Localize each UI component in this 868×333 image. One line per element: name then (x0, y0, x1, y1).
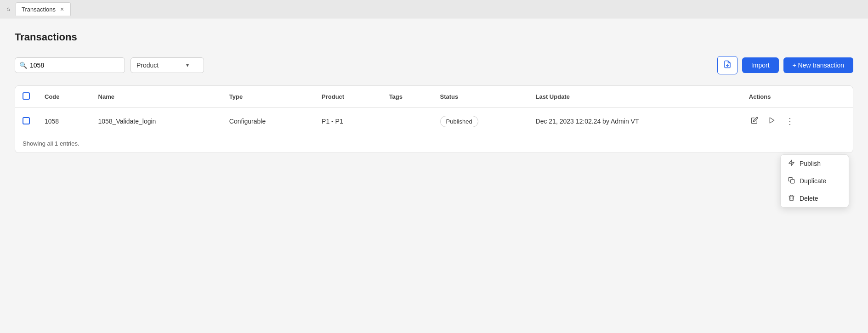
run-button[interactable] (766, 115, 777, 128)
col-last-update: Last Update (528, 86, 742, 108)
page-title: Transactions (15, 31, 853, 43)
showing-entries-text: Showing all 1 entries. (15, 135, 853, 152)
edit-icon (751, 117, 758, 126)
tab-close-button[interactable]: × (59, 6, 65, 13)
row-checkbox-cell (15, 108, 37, 135)
delete-label: Delete (800, 195, 818, 202)
search-wrapper: 🔍 (15, 57, 125, 73)
transactions-table-container: Code Name Type Product Tags Status Last … (15, 85, 853, 153)
row-checkbox[interactable] (23, 117, 30, 124)
export-button[interactable] (717, 56, 738, 74)
transactions-table: Code Name Type Product Tags Status Last … (15, 86, 853, 135)
delete-icon (788, 194, 795, 203)
tab-bar: ⌂ Transactions × (0, 0, 868, 18)
cell-name: 1058_Validate_login (91, 108, 222, 135)
svg-rect-3 (791, 180, 794, 183)
col-code: Code (37, 86, 91, 108)
table-row: 1058 1058_Validate_login Configurable P1… (15, 108, 853, 135)
more-icon: ⋮ (786, 116, 794, 126)
main-content: Transactions 🔍 Product ▾ Imp (0, 18, 868, 333)
home-button[interactable]: ⌂ (4, 3, 13, 15)
select-all-checkbox[interactable] (23, 92, 30, 100)
toolbar-right: Import + New transaction (717, 56, 853, 74)
col-product: Product (314, 86, 382, 108)
more-actions-button[interactable]: ⋮ (784, 114, 796, 128)
cell-product: P1 - P1 (314, 108, 382, 135)
cell-tags (382, 108, 433, 135)
col-name: Name (91, 86, 222, 108)
product-filter-label: Product (136, 62, 159, 69)
col-type: Type (222, 86, 314, 108)
export-icon (723, 60, 732, 70)
cell-code: 1058 (37, 108, 91, 135)
home-icon: ⌂ (6, 6, 10, 12)
transactions-tab[interactable]: Transactions × (16, 2, 71, 16)
table-header-row: Code Name Type Product Tags Status Last … (15, 86, 853, 108)
new-transaction-button[interactable]: + New transaction (783, 57, 853, 73)
tab-label: Transactions (22, 6, 56, 13)
actions-cell: ⋮ (749, 114, 845, 128)
toolbar: 🔍 Product ▾ Import + New transaction (15, 56, 853, 74)
cell-type: Configurable (222, 108, 314, 135)
col-tags: Tags (382, 86, 433, 108)
product-filter[interactable]: Product ▾ (130, 57, 204, 73)
cell-last-update: Dec 21, 2023 12:02.24 by Admin VT (528, 108, 742, 135)
run-icon (768, 117, 776, 126)
duplicate-label: Duplicate (800, 177, 826, 185)
svg-marker-1 (770, 118, 774, 123)
chevron-down-icon: ▾ (186, 62, 189, 68)
duplicate-icon (788, 177, 795, 185)
search-icon: 🔍 (19, 62, 27, 69)
status-badge: Published (440, 116, 478, 127)
select-all-header (15, 86, 37, 108)
cell-status: Published (433, 108, 528, 135)
dropdown-publish-item[interactable]: Publish (781, 155, 849, 172)
col-status: Status (433, 86, 528, 108)
import-button[interactable]: Import (742, 57, 779, 73)
search-input[interactable] (15, 57, 125, 73)
edit-button[interactable] (749, 115, 760, 128)
col-actions: Actions (742, 86, 853, 108)
svg-marker-2 (789, 160, 794, 166)
dropdown-menu: Publish Duplicate (780, 154, 849, 208)
publish-label: Publish (800, 160, 821, 167)
cell-actions: ⋮ (742, 108, 853, 135)
dropdown-delete-item[interactable]: Delete (781, 190, 849, 207)
dropdown-duplicate-item[interactable]: Duplicate (781, 172, 849, 190)
publish-icon (788, 159, 795, 168)
